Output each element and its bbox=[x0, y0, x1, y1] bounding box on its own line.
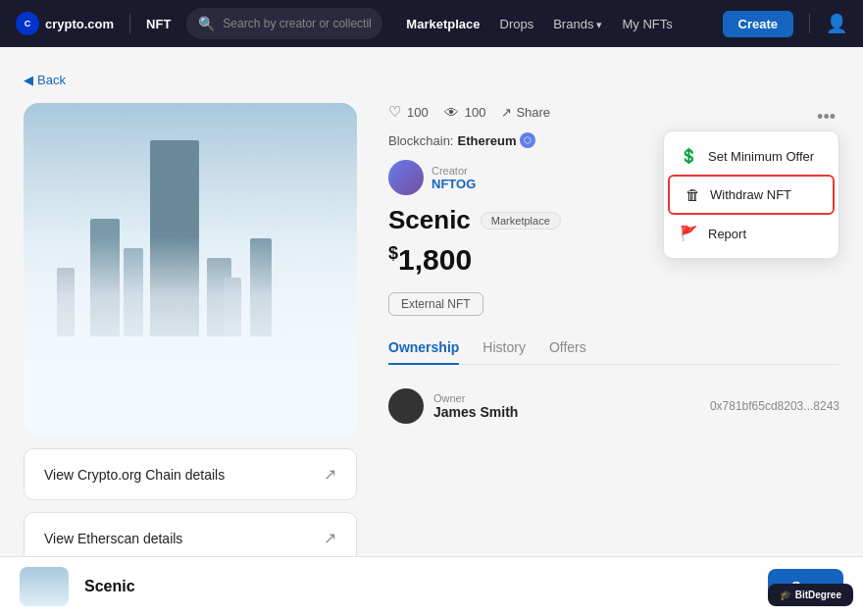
owner-avatar bbox=[388, 388, 424, 424]
likes-count: 100 bbox=[407, 105, 429, 120]
city-scene bbox=[24, 103, 357, 436]
nft-image bbox=[24, 103, 357, 436]
blockchain-label: Blockchain: bbox=[388, 133, 453, 148]
three-dots-button[interactable]: ••• bbox=[813, 103, 839, 131]
share-label: Share bbox=[516, 105, 550, 120]
creator-name[interactable]: NFTOG bbox=[432, 177, 476, 191]
creator-avatar bbox=[388, 160, 424, 195]
content-layout: View Crypto.org Chain details ↗ View Eth… bbox=[24, 103, 839, 564]
set-minimum-offer-item[interactable]: 💲 Set Minimum Offer bbox=[664, 137, 838, 175]
nav-drops[interactable]: Drops bbox=[500, 17, 534, 31]
search-bar[interactable]: 🔍 bbox=[186, 8, 382, 39]
logo-text: crypto.com bbox=[45, 17, 114, 31]
owner-name: James Smith bbox=[433, 404, 518, 420]
back-link[interactable]: ◀ Back bbox=[24, 73, 66, 87]
owner-info: Owner James Smith bbox=[388, 388, 518, 424]
external-link-icon-2: ↗ bbox=[324, 529, 336, 547]
nft-price: $1,800 bbox=[388, 243, 472, 276]
owner-label: Owner bbox=[433, 392, 518, 404]
meta-row: ♡ 100 👁 100 ↗ Share bbox=[388, 103, 839, 121]
tab-offers[interactable]: Offers bbox=[549, 332, 586, 365]
report-item[interactable]: 🚩 Report bbox=[664, 215, 838, 252]
dropdown-menu: 💲 Set Minimum Offer 🗑 Withdraw NFT 🚩 Rep… bbox=[663, 130, 839, 259]
views-count: 100 bbox=[465, 105, 486, 120]
nav-links: Marketplace Drops Brands My NFTs bbox=[406, 17, 672, 31]
create-button[interactable]: Create bbox=[723, 11, 793, 37]
nav-nft-label: NFT bbox=[146, 17, 171, 31]
user-icon[interactable]: 👤 bbox=[826, 13, 847, 34]
marketplace-badge: Marketplace bbox=[481, 212, 561, 230]
views-item: 👁 100 bbox=[444, 104, 486, 121]
report-icon: 🚩 bbox=[680, 225, 698, 242]
price-value: 1,800 bbox=[398, 243, 472, 276]
logo[interactable]: C crypto.com bbox=[16, 12, 114, 35]
nav-brands[interactable]: Brands bbox=[553, 17, 602, 31]
external-link-icon-1: ↗ bbox=[324, 465, 336, 484]
likes-item: ♡ 100 bbox=[388, 103, 429, 121]
logo-icon: C bbox=[16, 12, 39, 35]
share-button[interactable]: ↗ Share bbox=[501, 105, 550, 120]
price-symbol: $ bbox=[388, 243, 398, 263]
creator-label: Creator bbox=[432, 165, 476, 177]
etherscan-label: View Etherscan details bbox=[44, 531, 182, 546]
ethereum-icon: ⬡ bbox=[520, 132, 535, 148]
bottom-nft-thumb bbox=[20, 567, 69, 588]
withdraw-icon: 🗑 bbox=[685, 186, 700, 203]
nav-marketplace[interactable]: Marketplace bbox=[406, 17, 480, 31]
set-offer-label: Set Minimum Offer bbox=[708, 149, 814, 164]
bottom-bar: Scenic Se... bbox=[0, 556, 863, 588]
bottom-nft-name: Scenic bbox=[84, 578, 135, 588]
set-offer-icon: 💲 bbox=[680, 147, 698, 165]
tabs: Ownership History Offers bbox=[388, 332, 839, 365]
crypto-chain-link[interactable]: View Crypto.org Chain details ↗ bbox=[24, 448, 357, 500]
withdraw-label: Withdraw NFT bbox=[710, 187, 791, 202]
eye-icon: 👁 bbox=[444, 104, 459, 121]
tab-ownership[interactable]: Ownership bbox=[388, 332, 459, 365]
heart-icon[interactable]: ♡ bbox=[388, 103, 401, 121]
owner-details: Owner James Smith bbox=[433, 392, 518, 420]
share-icon: ↗ bbox=[501, 105, 512, 120]
report-label: Report bbox=[708, 227, 746, 241]
navbar: C crypto.com NFT 🔍 Marketplace Drops Bra… bbox=[0, 0, 863, 47]
external-nft-badge: External NFT bbox=[388, 292, 483, 316]
creator-info: Creator NFTOG bbox=[432, 165, 476, 191]
right-panel: ••• 💲 Set Minimum Offer 🗑 Withdraw NFT 🚩… bbox=[388, 103, 839, 564]
page: ◀ Back View Crypto.org Chain details bbox=[0, 47, 863, 588]
search-icon: 🔍 bbox=[198, 16, 215, 31]
search-input[interactable] bbox=[223, 17, 371, 30]
left-panel: View Crypto.org Chain details ↗ View Eth… bbox=[24, 103, 357, 564]
withdraw-nft-item[interactable]: 🗑 Withdraw NFT bbox=[668, 175, 835, 215]
nav-my-nfts[interactable]: My NFTs bbox=[622, 17, 672, 31]
back-label: Back bbox=[37, 73, 66, 87]
bitdegree-watermark: 🎓 BitDegree bbox=[768, 584, 853, 588]
owner-address: 0x781bf65cd8203...8243 bbox=[710, 399, 839, 413]
nav-divider bbox=[129, 14, 130, 33]
bottom-thumb-image bbox=[20, 567, 69, 588]
nav-divider2 bbox=[809, 14, 810, 33]
ownership-row: Owner James Smith 0x781bf65cd8203...8243 bbox=[388, 381, 839, 432]
tab-history[interactable]: History bbox=[482, 332, 526, 365]
back-arrow-icon: ◀ bbox=[24, 73, 33, 87]
nft-title: Scenic bbox=[388, 205, 471, 235]
fog-layer bbox=[24, 236, 357, 436]
blockchain-value: Ethereum bbox=[457, 133, 516, 148]
crypto-chain-label: View Crypto.org Chain details bbox=[44, 467, 225, 483]
